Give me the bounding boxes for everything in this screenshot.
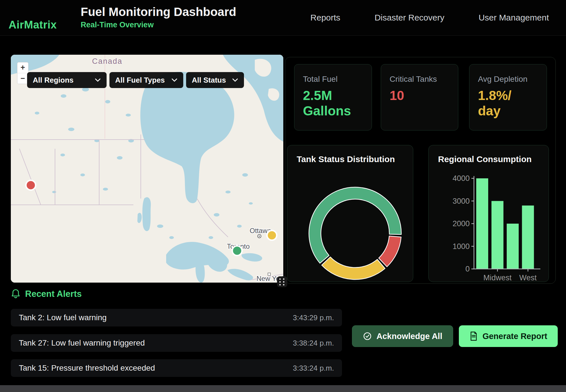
- main-nav: Reports Disaster Recovery User Managemen…: [310, 0, 549, 35]
- check-circle-icon: [363, 332, 372, 341]
- stat-value: 1.8%/ day: [478, 88, 538, 119]
- map-label-canada: Canada: [92, 57, 123, 66]
- zoom-out-button[interactable]: −: [17, 73, 28, 84]
- taskbar-strip: [0, 385, 566, 392]
- y-tick-label: 1000: [453, 242, 470, 251]
- generate-report-label: Generate Report: [482, 332, 547, 341]
- status-filter-select[interactable]: All Status: [186, 72, 244, 88]
- page-title: Fuel Monitoring Dashboard: [81, 5, 236, 19]
- document-icon: [469, 332, 478, 341]
- acknowledge-all-button[interactable]: Acknowledge All: [352, 325, 453, 347]
- panel-title: Tank Status Distribution: [297, 154, 395, 164]
- map-zoom-control: + −: [17, 62, 28, 84]
- region-filter-value: All Regions: [33, 76, 74, 85]
- tank-status-panel: Tank Status Distribution: [287, 145, 413, 282]
- donut-segment-warning: [322, 257, 385, 279]
- y-tick-label: 3000: [453, 197, 470, 205]
- alert-text: Tank 27: Low fuel warning triggered: [19, 338, 145, 348]
- map-marker-warning[interactable]: [267, 230, 277, 240]
- bar-0: [476, 178, 488, 269]
- dashboard: AirMatrix Fuel Monitoring Dashboard Real…: [0, 0, 566, 392]
- stat-label: Avg Depletion: [478, 75, 538, 84]
- acknowledge-all-label: Acknowledge All: [376, 332, 442, 341]
- map-town-square: [268, 273, 270, 275]
- bar-3: [522, 205, 534, 269]
- map-marker-normal[interactable]: [232, 246, 242, 256]
- generate-report-button[interactable]: Generate Report: [459, 325, 558, 347]
- brand-logo: AirMatrix: [9, 19, 57, 31]
- nav-reports[interactable]: Reports: [310, 13, 340, 23]
- alert-text: Tank 15: Pressure threshold exceeded: [19, 364, 155, 373]
- x-tick-label: West: [519, 273, 537, 282]
- y-tick-label: 0: [465, 265, 470, 273]
- chevron-down-icon: [171, 78, 178, 82]
- stat-card-total-fuel: Total Fuel 2.5M Gallons: [294, 64, 372, 130]
- alert-time: 3:33:24 p.m.: [293, 364, 334, 373]
- recent-alerts-title: Recent Alerts: [25, 289, 82, 299]
- stat-card-avg-depletion: Avg Depletion 1.8%/ day: [469, 64, 547, 130]
- panel-title: Regional Consumption: [438, 154, 532, 164]
- bar-1: [492, 201, 504, 269]
- fuel-type-filter-value: All Fuel Types: [115, 76, 165, 85]
- alert-time: 3:43:29 p.m.: [293, 313, 334, 322]
- bell-icon: [11, 289, 21, 299]
- region-filter-select[interactable]: All Regions: [27, 72, 107, 88]
- status-filter-value: All Status: [192, 76, 226, 85]
- chevron-down-icon: [232, 78, 238, 82]
- alert-text: Tank 2: Low fuel warning: [19, 313, 107, 322]
- page-subtitle: Real-Time Overview: [81, 21, 154, 29]
- y-tick-label: 4000: [453, 174, 470, 183]
- alert-row[interactable]: Tank 2: Low fuel warning 3:43:29 p.m.: [11, 309, 342, 326]
- header: AirMatrix Fuel Monitoring Dashboard Real…: [0, 0, 566, 36]
- map-svg: Canada Ottawa Toronto New York: [11, 55, 283, 283]
- nav-disaster-recovery[interactable]: Disaster Recovery: [374, 13, 444, 23]
- alert-time: 3:38:24 p.m.: [293, 339, 334, 348]
- bar-2: [507, 224, 519, 269]
- y-tick-label: 2000: [453, 219, 470, 228]
- map-lake: [142, 197, 151, 231]
- alert-row[interactable]: Tank 27: Low fuel warning triggered 3:38…: [11, 334, 342, 352]
- x-tick-label: Midwest: [483, 273, 512, 282]
- map-filters: All Regions All Fuel Types All Status: [27, 72, 244, 88]
- regional-consumption-panel: Regional Consumption 01000200030004000Mi…: [428, 145, 549, 282]
- stat-label: Total Fuel: [303, 75, 363, 84]
- stat-card-critical-tanks: Critical Tanks 10: [381, 64, 458, 130]
- stat-value: 2.5M Gallons: [303, 88, 363, 119]
- bar-chart-svg: 01000200030004000MidwestWest: [429, 145, 549, 282]
- chevron-down-icon: [95, 78, 101, 82]
- stat-value: 10: [390, 88, 449, 103]
- map-town-dot-center: [259, 236, 260, 237]
- map-drag-handle-icon[interactable]: [277, 276, 287, 287]
- stat-label: Critical Tanks: [390, 75, 449, 84]
- donut-svg: [287, 145, 414, 282]
- recent-alerts-header: Recent Alerts: [11, 289, 82, 299]
- alert-row[interactable]: Tank 15: Pressure threshold exceeded 3:3…: [11, 359, 342, 377]
- fuel-type-filter-select[interactable]: All Fuel Types: [109, 72, 183, 88]
- donut-segment-critical: [379, 236, 401, 267]
- nav-user-management[interactable]: User Management: [479, 13, 549, 23]
- zoom-in-button[interactable]: +: [17, 62, 28, 73]
- map-marker-critical[interactable]: [26, 180, 36, 190]
- map-canvas[interactable]: Canada Ottawa Toronto New York: [11, 55, 283, 283]
